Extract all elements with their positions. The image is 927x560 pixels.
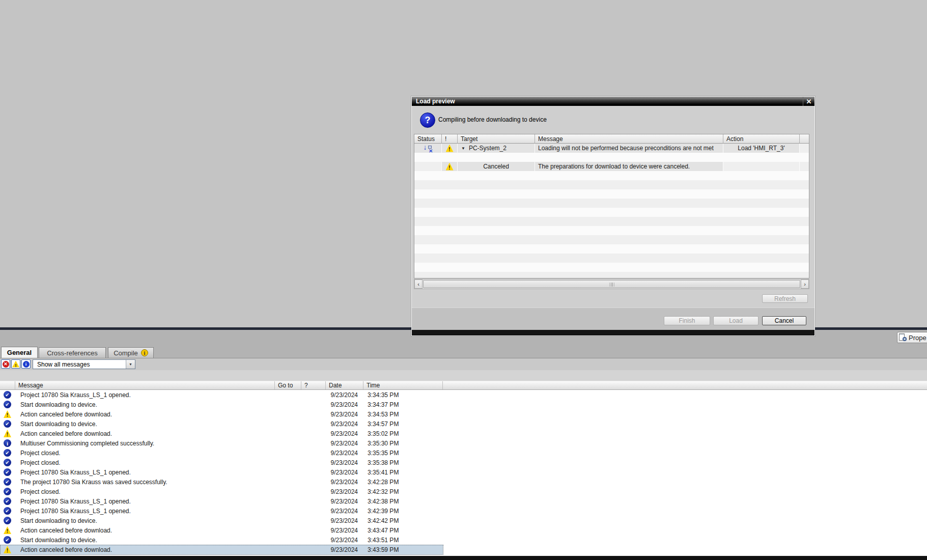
log-status-icon [4,468,11,476]
log-row[interactable]: Action canceled before download. 9/23/20… [0,429,927,438]
load-button[interactable]: Load [713,316,759,325]
log-row[interactable]: Project 10780 Sia Krauss_LS_1 opened. 9/… [0,390,927,400]
log-row[interactable]: Project 10780 Sia Krauss_LS_1 opened. 9/… [0,467,927,477]
col-message[interactable]: Message [535,134,723,143]
warning-icon [446,163,454,171]
log-row[interactable]: Project closed. 9/23/2024 3:42:32 PM [0,487,927,496]
log-status-icon [4,526,11,534]
log-header-date[interactable]: Date [326,381,363,389]
log-time: 3:34:35 PM [363,390,443,400]
log-time: 3:43:47 PM [363,525,443,535]
tab-cross-references[interactable]: Cross-references [39,347,106,358]
load-table-body: ↓✕ ▼ PC-System_2 Loading will not be per… [414,144,809,278]
filter-toolbar [0,358,927,370]
scroll-left-button[interactable]: ‹ [414,279,423,289]
log-status-icon [4,536,11,544]
log-help-cell [301,506,326,516]
log-date: 9/23/2024 [326,516,363,525]
log-row[interactable]: Project 10780 Sia Krauss_LS_1 opened. 9/… [0,496,927,506]
log-date: 9/23/2024 [326,535,363,545]
log-row[interactable]: Action canceled before download. 9/23/20… [0,545,927,554]
dialog-close-button[interactable]: ✕ [803,97,814,106]
log-row[interactable]: The project 10780 Sia Krauss was saved s… [0,477,927,487]
warning-icon [446,145,454,152]
log-help-cell [301,516,326,525]
log-header-time[interactable]: Time [363,381,443,389]
col-warn[interactable]: ! [442,134,458,143]
log-status-icon [4,439,11,447]
log-help-cell [301,400,326,409]
tab-general[interactable]: General [1,347,38,358]
log-help-cell [301,429,326,438]
chevron-left-icon: ‹ [417,281,419,287]
log-message: Start downloading to device. [15,516,275,525]
log-status-icon [4,546,11,553]
log-row[interactable]: Project closed. 9/23/2024 3:35:35 PM [0,448,927,458]
log-status-icon [4,488,11,495]
filter-info-button[interactable]: i [21,359,31,369]
log-header-filler [443,381,927,389]
log-time: 3:34:53 PM [363,409,443,419]
refresh-button[interactable]: Refresh [762,294,808,303]
log-status-icon [4,430,11,437]
log-row[interactable]: Start downloading to device. 9/23/2024 3… [0,419,927,429]
tab-compile-label: Compile [114,349,138,357]
scrollbar-thumb[interactable] [423,280,800,288]
warning-icon [12,361,19,368]
log-time: 3:42:38 PM [363,496,443,506]
log-date: 9/23/2024 [326,409,363,419]
log-header-message[interactable]: Message [15,381,275,389]
close-icon: ✕ [806,98,812,105]
log-status-icon [4,478,11,486]
dialog-titlebar[interactable]: Load preview [412,97,814,106]
log-row[interactable]: Action canceled before download. 9/23/20… [0,409,927,419]
log-message: Start downloading to device. [15,419,275,429]
horizontal-scrollbar[interactable]: ‹ › [414,279,809,289]
log-row[interactable]: Multiuser Commissioning completed succes… [0,438,927,448]
message-filter-dropdown[interactable]: Show all messages ▼ [33,359,135,369]
log-date: 9/23/2024 [326,390,363,400]
finish-button[interactable]: Finish [664,316,710,325]
filter-errors-button[interactable]: ✕ [1,359,10,369]
log-goto-cell [275,429,301,438]
scroll-right-button[interactable]: › [801,279,809,289]
log-row[interactable]: Start downloading to device. 9/23/2024 3… [0,400,927,409]
canceled-state: Canceled [458,162,535,171]
log-row[interactable]: Action canceled before download. 9/23/20… [0,525,927,535]
dialog-info-text: Compiling before downloading to device [438,112,547,127]
log-help-cell [301,438,326,448]
log-message: Project closed. [15,487,275,496]
log-date: 9/23/2024 [326,487,363,496]
log-header-help[interactable]: ? [301,381,326,389]
log-header-goto[interactable]: Go to [275,381,301,389]
load-row-canceled[interactable]: Canceled The preparations for download t… [414,162,809,171]
log-row[interactable]: Project 10780 Sia Krauss_LS_1 opened. 9/… [0,506,927,516]
load-row-preconditions[interactable]: ↓✕ ▼ PC-System_2 Loading will not be per… [414,144,809,153]
log-row[interactable]: Start downloading to device. 9/23/2024 3… [0,535,927,545]
properties-panel-button[interactable]: Prope [897,332,927,343]
col-target[interactable]: Target [458,134,535,143]
log-row[interactable]: Project closed. 9/23/2024 3:35:38 PM [0,458,927,467]
log-help-cell [301,545,326,554]
filter-gap-band [0,370,927,381]
row-action[interactable]: Load 'HMI_RT_3' [723,144,800,153]
target-name: PC-System_2 [469,145,507,152]
log-row[interactable]: Start downloading to device. 9/23/2024 3… [0,516,927,525]
dropdown-arrow-button[interactable]: ▼ [126,360,135,369]
log-goto-cell [275,545,301,554]
log-help-cell [301,390,326,400]
log-message: Multiuser Commissioning completed succes… [15,438,275,448]
filter-warnings-button[interactable] [11,359,20,369]
canceled-message: The preparations for download to device … [535,162,723,171]
col-action[interactable]: Action [723,134,800,143]
log-time: 3:34:57 PM [363,419,443,429]
log-message: Action canceled before download. [15,545,275,554]
tab-compile[interactable]: Compile i [108,347,154,358]
log-message: Action canceled before download. [15,429,275,438]
log-header-icon-column[interactable] [0,381,15,389]
log-date: 9/23/2024 [326,506,363,516]
log-time: 3:34:37 PM [363,400,443,409]
expander-icon[interactable]: ▼ [461,146,465,151]
cancel-button[interactable]: Cancel [762,316,806,325]
col-status[interactable]: Status [414,134,442,143]
